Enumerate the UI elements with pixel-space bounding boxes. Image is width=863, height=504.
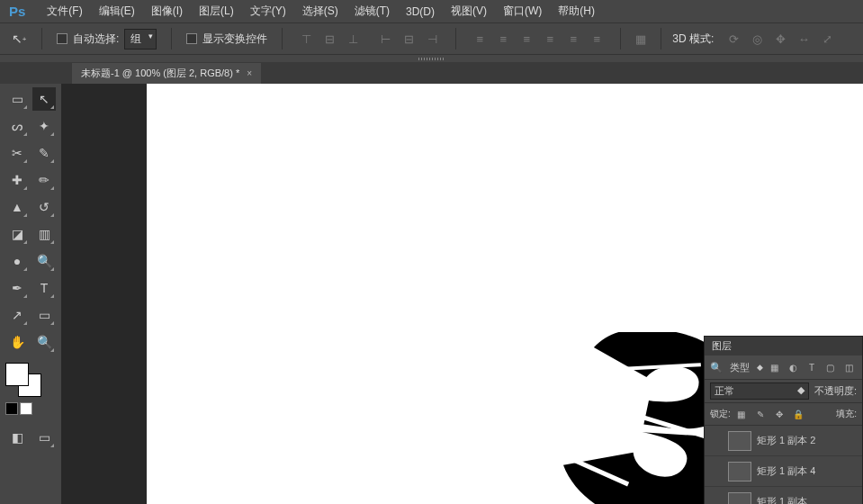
lock-transparency-icon[interactable]: ▦: [733, 406, 750, 422]
layer-name[interactable]: 矩形 1 副本: [757, 495, 859, 504]
marquee-tool[interactable]: ▭: [5, 87, 29, 111]
gradient-tool[interactable]: ▥: [32, 222, 56, 246]
app-logo: Ps: [7, 4, 27, 19]
3d-mode-label: 3D 模式:: [672, 32, 714, 47]
close-tab-icon[interactable]: ×: [247, 68, 252, 78]
show-transform-label: 显示变换控件: [202, 32, 267, 47]
menu-window[interactable]: 窗口(W): [496, 1, 549, 22]
crop-tool[interactable]: ✂: [5, 141, 29, 165]
layer-name[interactable]: 矩形 1 副本 4: [757, 464, 859, 478]
current-tool-indicator[interactable]: ↖+: [7, 27, 31, 50]
layer-thumb[interactable]: [728, 462, 751, 482]
menu-select[interactable]: 选择(S): [295, 1, 346, 22]
auto-select-dropdown[interactable]: 组: [124, 29, 157, 50]
lasso-tool[interactable]: ᔕ: [5, 114, 29, 138]
eraser-tool[interactable]: ◪: [5, 222, 29, 246]
3d-orbit-icon[interactable]: ⟳: [724, 30, 742, 48]
color-swatches[interactable]: [5, 363, 41, 397]
menu-image[interactable]: 图像(I): [144, 1, 190, 22]
3d-slide-icon[interactable]: ↔: [795, 30, 813, 48]
3d-roll-icon[interactable]: ◎: [748, 30, 766, 48]
filter-type-icon[interactable]: T: [805, 359, 820, 375]
lock-all-icon[interactable]: 🔒: [790, 406, 806, 422]
filter-pixel-icon[interactable]: ▦: [767, 359, 782, 375]
options-bar: ↖+ 自动选择: 组 显示变换控件 ⊤ ⊟ ⊥ ⊢ ⊟ ⊣ ≡ ≡ ≡ ≡ ≡ …: [0, 22, 863, 55]
align-left-icon[interactable]: ⊢: [376, 30, 394, 48]
auto-align-icon[interactable]: ▦: [632, 30, 650, 48]
align-right-icon[interactable]: ⊣: [423, 30, 441, 48]
healing-brush-tool[interactable]: ✚: [5, 168, 29, 192]
3d-pan-icon[interactable]: ✥: [771, 30, 789, 48]
layer-thumb[interactable]: [728, 492, 751, 505]
foreground-swatch[interactable]: [5, 363, 29, 386]
menu-text[interactable]: 文字(Y): [243, 1, 293, 22]
distribute-vcenter-icon[interactable]: ≡: [494, 30, 512, 48]
toolbox: ▭ ↖ ᔕ ✦ ✂ ✎ ✚ ✏ ▲ ↺ ◪ ▥ ● 🔍 ✒ T: [0, 84, 61, 504]
menu-3d[interactable]: 3D(D): [399, 3, 442, 21]
shape-tool[interactable]: ▭: [32, 303, 56, 327]
dodge-tool[interactable]: 🔍: [32, 249, 56, 273]
layer-item[interactable]: 👁 矩形 1 副本: [705, 487, 862, 504]
canvas-area[interactable]: 图层 🔍 类型 ◆ ▦ ◐ T ▢ ◫ 正常◆ 不透明度: 锁定: ▦: [61, 84, 863, 504]
lock-position-icon[interactable]: ✥: [771, 406, 787, 422]
lock-pixels-icon[interactable]: ✎: [752, 406, 769, 422]
layer-item[interactable]: 👁 矩形 1 副本 4: [705, 456, 862, 487]
distribute-right-icon[interactable]: ≡: [588, 30, 606, 48]
quick-mask-toggle[interactable]: ◧: [5, 426, 29, 449]
eyedropper-tool[interactable]: ✎: [32, 141, 56, 165]
3d-scale-icon[interactable]: ⤢: [818, 30, 836, 48]
layer-name[interactable]: 矩形 1 副本 2: [757, 434, 859, 447]
pen-tool[interactable]: ✒: [5, 276, 29, 300]
distribute-bottom-icon[interactable]: ≡: [517, 30, 535, 48]
drag-handle[interactable]: [0, 55, 863, 62]
hand-tool[interactable]: ✋: [5, 330, 29, 354]
document-tab-title: 未标题-1 @ 100% (图层 2, RGB/8) *: [81, 67, 239, 80]
show-transform-checkbox[interactable]: [186, 33, 197, 44]
distribute-hcenter-icon[interactable]: ≡: [564, 30, 582, 48]
annotation-arrow: [513, 498, 675, 504]
path-select-tool[interactable]: ↗: [5, 303, 29, 327]
layers-list: 👁 矩形 1 副本 2 👁 矩形 1 副本 4 👁 矩形 1 副本 👁: [705, 426, 862, 504]
document-tab[interactable]: 未标题-1 @ 100% (图层 2, RGB/8) * ×: [72, 63, 261, 84]
menu-edit[interactable]: 编辑(E): [92, 1, 142, 22]
menu-view[interactable]: 视图(V): [444, 1, 494, 22]
auto-select-label: 自动选择:: [73, 32, 119, 47]
align-hcenter-icon[interactable]: ⊟: [400, 30, 418, 48]
layers-tab[interactable]: 图层: [712, 339, 732, 353]
fill-label: 填充:: [836, 408, 857, 420]
move-tool[interactable]: ↖: [32, 87, 56, 111]
auto-select-checkbox[interactable]: [57, 33, 67, 44]
filter-shape-icon[interactable]: ▢: [823, 359, 838, 375]
layer-filter-type[interactable]: 类型: [726, 360, 753, 375]
menu-file[interactable]: 文件(F): [40, 1, 89, 22]
clone-stamp-tool[interactable]: ▲: [5, 195, 29, 219]
main-menubar: Ps 文件(F) 编辑(E) 图像(I) 图层(L) 文字(Y) 选择(S) 滤…: [0, 0, 863, 22]
layer-item[interactable]: 👁 矩形 1 副本 2: [705, 426, 862, 456]
brush-tool[interactable]: ✏: [32, 168, 56, 192]
filter-adjust-icon[interactable]: ◐: [786, 359, 801, 375]
blend-mode-dropdown[interactable]: 正常◆: [710, 382, 809, 400]
layer-filter-search-icon[interactable]: 🔍: [710, 362, 723, 374]
magic-wand-tool[interactable]: ✦: [32, 114, 56, 138]
menu-filter[interactable]: 滤镜(T): [347, 1, 397, 22]
zoom-tool[interactable]: 🔍: [32, 330, 56, 354]
menu-layer[interactable]: 图层(L): [192, 1, 241, 22]
filter-smart-icon[interactable]: ◫: [841, 359, 857, 375]
screen-mode-toggle[interactable]: ▭: [32, 426, 56, 449]
history-brush-tool[interactable]: ↺: [32, 195, 56, 219]
opacity-label: 不透明度:: [814, 384, 857, 398]
layers-panel: 图层 🔍 类型 ◆ ▦ ◐ T ▢ ◫ 正常◆ 不透明度: 锁定: ▦: [704, 336, 863, 504]
menu-help[interactable]: 帮助(H): [551, 1, 602, 22]
align-vcenter-icon[interactable]: ⊟: [320, 30, 338, 48]
align-top-icon[interactable]: ⊤: [297, 30, 315, 48]
layers-panel-header[interactable]: 图层: [705, 337, 862, 356]
align-bottom-icon[interactable]: ⊥: [344, 30, 362, 48]
quick-mask-icon[interactable]: [5, 402, 18, 415]
layer-thumb[interactable]: [728, 431, 751, 451]
screen-mode-icon[interactable]: [20, 402, 32, 415]
blur-tool[interactable]: ●: [5, 249, 29, 273]
distribute-top-icon[interactable]: ≡: [471, 30, 489, 48]
distribute-left-icon[interactable]: ≡: [541, 30, 559, 48]
type-tool[interactable]: T: [32, 276, 56, 300]
lock-label: 锁定:: [710, 408, 731, 420]
